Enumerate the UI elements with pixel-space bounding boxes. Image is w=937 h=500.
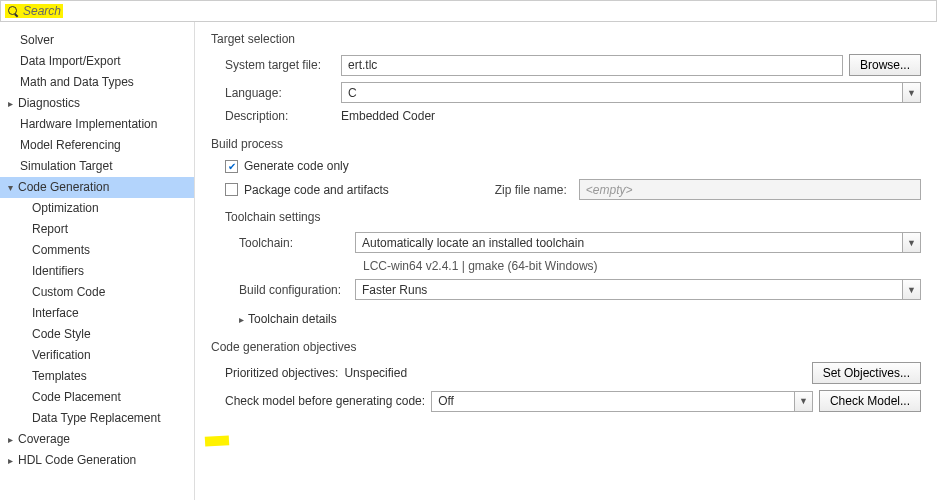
sidebar-item[interactable]: Code Generation: [0, 177, 194, 198]
prioritized-label: Prioritized objectives:: [225, 366, 338, 380]
sidebar-item[interactable]: Optimization: [0, 198, 194, 219]
toolchain-details-expander[interactable]: Toolchain details: [239, 312, 337, 326]
sidebar-item[interactable]: Code Style: [0, 324, 194, 345]
section-title: Build process: [211, 137, 921, 151]
sidebar-item[interactable]: Identifiers: [0, 261, 194, 282]
check-model-dropdown[interactable]: Off ▼: [431, 391, 813, 412]
package-code-checkbox[interactable]: [225, 183, 238, 196]
browse-button[interactable]: Browse...: [849, 54, 921, 76]
language-dropdown[interactable]: C ▼: [341, 82, 921, 103]
sidebar-item[interactable]: Code Placement: [0, 387, 194, 408]
toolchain-label: Toolchain:: [239, 236, 349, 250]
sidebar-item[interactable]: HDL Code Generation: [0, 450, 194, 471]
build-config-label: Build configuration:: [239, 283, 349, 297]
objectives-section: Code generation objectives Prioritized o…: [211, 340, 921, 412]
check-model-label: Check model before generating code:: [225, 394, 425, 408]
sidebar-item[interactable]: Simulation Target: [0, 156, 194, 177]
language-label: Language:: [225, 86, 335, 100]
sidebar-item[interactable]: Math and Data Types: [0, 72, 194, 93]
generate-code-only-checkbox[interactable]: ✔: [225, 160, 238, 173]
sidebar-item[interactable]: Data Import/Export: [0, 51, 194, 72]
zip-file-label: Zip file name:: [495, 183, 567, 197]
build-config-dropdown[interactable]: Faster Runs ▼: [355, 279, 921, 300]
sidebar-item[interactable]: Diagnostics: [0, 93, 194, 114]
search-bar[interactable]: Search: [0, 0, 937, 22]
chevron-down-icon: ▼: [902, 83, 920, 102]
description-label: Description:: [225, 109, 335, 123]
sidebar-item[interactable]: Comments: [0, 240, 194, 261]
search-placeholder: Search: [23, 4, 61, 18]
description-value: Embedded Coder: [341, 109, 435, 123]
system-target-label: System target file:: [225, 58, 335, 72]
sidebar-tree: SolverData Import/ExportMath and Data Ty…: [0, 22, 195, 500]
chevron-down-icon: ▼: [794, 392, 812, 411]
toolchain-dropdown[interactable]: Automatically locate an installed toolch…: [355, 232, 921, 253]
build-process-section: Build process ✔ Generate code only Packa…: [211, 137, 921, 326]
generate-code-only-label: Generate code only: [244, 159, 349, 173]
sidebar-item[interactable]: Verification: [0, 345, 194, 366]
check-model-button[interactable]: Check Model...: [819, 390, 921, 412]
package-code-label: Package code and artifacts: [244, 183, 389, 197]
sidebar-item[interactable]: Templates: [0, 366, 194, 387]
prioritized-value: Unspecified: [344, 366, 805, 380]
sidebar-item[interactable]: Model Referencing: [0, 135, 194, 156]
system-target-input[interactable]: [341, 55, 843, 76]
search-icon: [7, 5, 19, 17]
footer-highlight: [205, 435, 229, 446]
section-title: Target selection: [211, 32, 921, 46]
sidebar-item[interactable]: Hardware Implementation: [0, 114, 194, 135]
sidebar-item[interactable]: Solver: [0, 30, 194, 51]
sidebar-item[interactable]: Interface: [0, 303, 194, 324]
zip-file-input: <empty>: [579, 179, 921, 200]
target-selection-section: Target selection System target file: Bro…: [211, 32, 921, 123]
set-objectives-button[interactable]: Set Objectives...: [812, 362, 921, 384]
toolchain-description: LCC-win64 v2.4.1 | gmake (64-bit Windows…: [363, 259, 921, 273]
sidebar-item[interactable]: Custom Code: [0, 282, 194, 303]
toolchain-settings-title: Toolchain settings: [225, 210, 921, 224]
sidebar-item[interactable]: Data Type Replacement: [0, 408, 194, 429]
chevron-down-icon: ▼: [902, 280, 920, 299]
section-title: Code generation objectives: [211, 340, 921, 354]
chevron-down-icon: ▼: [902, 233, 920, 252]
sidebar-item[interactable]: Coverage: [0, 429, 194, 450]
sidebar-item[interactable]: Report: [0, 219, 194, 240]
content-pane: Target selection System target file: Bro…: [195, 22, 937, 500]
